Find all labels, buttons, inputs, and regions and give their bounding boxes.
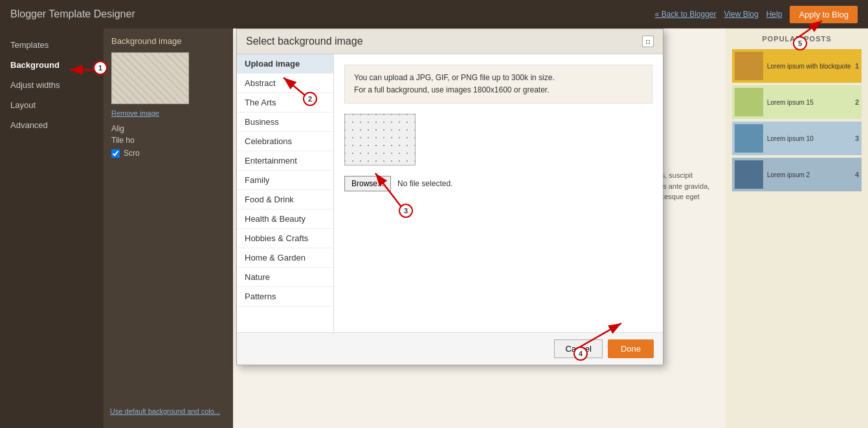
category-list: Upload image Abstract The Arts Business … — [237, 54, 334, 332]
category-item-hobbies-crafts[interactable]: Hobbies & Crafts — [237, 229, 333, 248]
browse-row: Browse... No file selected. — [344, 176, 652, 191]
annotation-2: 2 — [303, 92, 317, 106]
modal-overlay: Select background image □ Upload image A… — [0, 0, 868, 428]
annotation-4: 4 — [573, 347, 588, 361]
category-item-business[interactable]: Business — [237, 112, 333, 132]
category-item-nature[interactable]: Nature — [237, 268, 333, 287]
browse-button[interactable]: Browse... — [344, 176, 391, 191]
category-item-the-arts[interactable]: The Arts — [237, 93, 333, 112]
category-item-celebrations[interactable]: Celebrations — [237, 132, 333, 151]
no-file-text: No file selected. — [397, 179, 452, 188]
category-item-abstract[interactable]: Abstract — [237, 74, 333, 93]
select-background-modal: Select background image □ Upload image A… — [236, 28, 663, 365]
annotation-5: 5 — [793, 36, 807, 50]
upload-description: You can upload a JPG, GIF, or PNG file u… — [344, 65, 652, 103]
annotation-3: 3 — [399, 204, 413, 218]
category-item-upload[interactable]: Upload image — [237, 54, 333, 74]
annotation-1: 1 — [93, 61, 107, 75]
modal-close-button[interactable]: □ — [642, 36, 654, 47]
category-item-health-beauty[interactable]: Health & Beauty — [237, 209, 333, 229]
category-item-entertainment[interactable]: Entertainment — [237, 151, 333, 171]
modal-body: Upload image Abstract The Arts Business … — [237, 54, 663, 332]
upload-preview-dots — [345, 114, 415, 165]
category-item-family[interactable]: Family — [237, 171, 333, 190]
upload-preview — [344, 114, 416, 166]
modal-footer: Cancel Done — [237, 332, 663, 365]
upload-panel: You can upload a JPG, GIF, or PNG file u… — [334, 54, 663, 332]
category-item-patterns[interactable]: Patterns — [237, 287, 333, 306]
done-button[interactable]: Done — [608, 339, 654, 358]
modal-title: Select background image — [246, 36, 363, 47]
category-item-food-drink[interactable]: Food & Drink — [237, 190, 333, 209]
category-item-home-garden[interactable]: Home & Garden — [237, 248, 333, 268]
modal-header: Select background image □ — [237, 29, 663, 54]
